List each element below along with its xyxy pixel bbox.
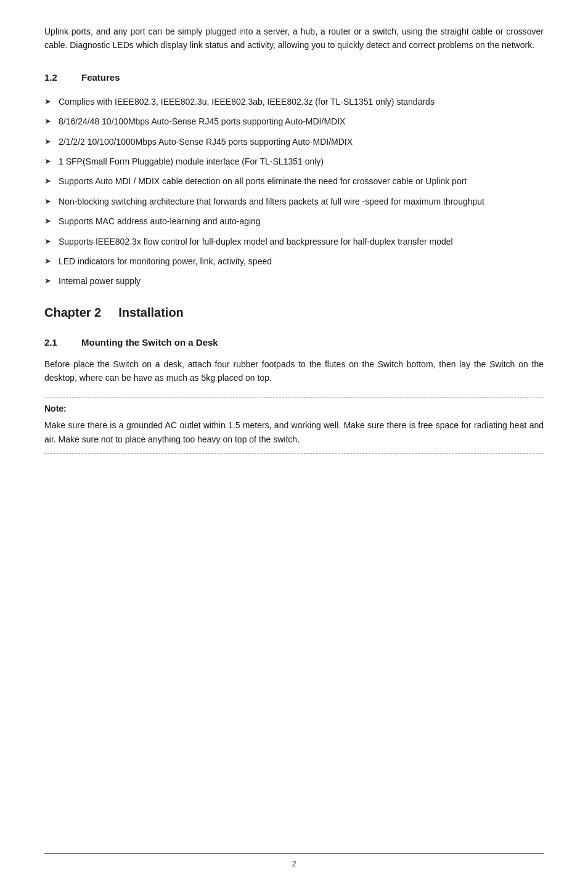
- bullet-arrow-icon: ➤: [44, 136, 51, 149]
- chapter-label: Chapter 2: [44, 306, 101, 320]
- list-item: ➤ Supports MAC address auto-learning and…: [44, 214, 544, 228]
- bullet-arrow-icon: ➤: [44, 155, 51, 168]
- section-2-1-heading: 2.1 Mounting the Switch on a Desk: [44, 337, 544, 348]
- section-1-2-number: 1.2: [44, 72, 67, 83]
- list-item: ➤ Supports Auto MDI / MDIX cable detecti…: [44, 174, 544, 188]
- page-number: 2: [292, 859, 296, 868]
- list-item: ➤ Non-blocking switching architecture th…: [44, 195, 544, 208]
- features-list: ➤ Complies with IEEE802.3, IEEE802.3u, I…: [44, 95, 544, 288]
- bullet-text: 1 SFP(Small Form Pluggable) module inter…: [59, 155, 544, 168]
- list-item: ➤ 8/16/24/48 10/100Mbps Auto-Sense RJ45 …: [44, 115, 544, 128]
- note-box: Note: Make sure there is a grounded AC o…: [44, 397, 544, 454]
- bullet-text: Non-blocking switching architecture that…: [59, 195, 544, 208]
- section-1-2-heading: 1.2 Features: [44, 72, 544, 83]
- list-item: ➤ Supports IEEE802.3x flow control for f…: [44, 235, 544, 248]
- mounting-paragraph: Before place the Switch on a desk, attac…: [44, 357, 544, 385]
- bullet-arrow-icon: ➤: [44, 275, 51, 288]
- page: Uplink ports, and any port can be simply…: [0, 0, 588, 883]
- bullet-text: LED indicators for monitoring power, lin…: [59, 254, 544, 268]
- page-footer: 2: [0, 853, 588, 868]
- bullet-text: Supports MAC address auto-learning and a…: [59, 214, 544, 228]
- note-label: Note:: [44, 404, 544, 413]
- list-item: ➤ Complies with IEEE802.3, IEEE802.3u, I…: [44, 95, 544, 108]
- list-item: ➤ Internal power supply: [44, 274, 544, 288]
- section-2-1-number: 2.1: [44, 337, 67, 348]
- bullet-arrow-icon: ➤: [44, 235, 51, 248]
- note-text: Make sure there is a grounded AC outlet …: [44, 418, 544, 446]
- section-1-2-title: Features: [81, 72, 120, 83]
- bullet-text: Complies with IEEE802.3, IEEE802.3u, IEE…: [59, 95, 544, 108]
- footer-divider: [44, 853, 544, 854]
- list-item: ➤ 2/1/2/2 10/100/1000Mbps Auto-Sense RJ4…: [44, 135, 544, 149]
- list-item: ➤ 1 SFP(Small Form Pluggable) module int…: [44, 155, 544, 168]
- list-item: ➤ LED indicators for monitoring power, l…: [44, 254, 544, 268]
- section-2-1-title: Mounting the Switch on a Desk: [81, 337, 218, 348]
- bullet-text: 2/1/2/2 10/100/1000Mbps Auto-Sense RJ45 …: [59, 135, 544, 149]
- chapter-2-heading: Chapter 2 Installation: [44, 306, 544, 320]
- intro-paragraph: Uplink ports, and any port can be simply…: [44, 25, 544, 52]
- bullet-text: Supports Auto MDI / MDIX cable detection…: [59, 174, 544, 188]
- bullet-arrow-icon: ➤: [44, 96, 51, 108]
- bullet-text: Internal power supply: [59, 274, 544, 288]
- bullet-text: 8/16/24/48 10/100Mbps Auto-Sense RJ45 po…: [59, 115, 544, 128]
- chapter-title: Installation: [118, 306, 184, 320]
- bullet-arrow-icon: ➤: [44, 195, 51, 208]
- bullet-arrow-icon: ➤: [44, 255, 51, 268]
- bullet-text: Supports IEEE802.3x flow control for ful…: [59, 235, 544, 248]
- bullet-arrow-icon: ➤: [44, 175, 51, 188]
- bullet-arrow-icon: ➤: [44, 115, 51, 128]
- bullet-arrow-icon: ➤: [44, 215, 51, 228]
